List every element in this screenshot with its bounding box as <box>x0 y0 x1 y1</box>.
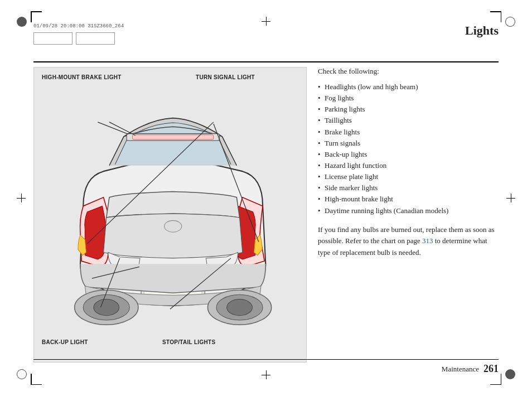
checklist-item: Back-up lights <box>318 149 499 160</box>
bracket-tl <box>31 11 42 22</box>
header-box-2 <box>76 32 115 45</box>
main-content: HIGH-MOUNT BRAKE LIGHT TURN SIGNAL LIGHT… <box>33 67 499 363</box>
car-diagram <box>34 67 306 362</box>
header-box-1 <box>33 32 72 45</box>
text-panel: Check the following: Headlights (low and… <box>318 67 499 363</box>
diagram-panel: HIGH-MOUNT BRAKE LIGHT TURN SIGNAL LIGHT… <box>33 67 307 363</box>
checklist-item: High-mount brake light <box>318 194 499 205</box>
header-boxes <box>33 32 499 45</box>
checklist-item: Daytime running lights (Canadian models) <box>318 205 499 216</box>
checklist-item: Side marker lights <box>318 182 499 194</box>
svg-point-9 <box>94 300 119 316</box>
svg-point-13 <box>165 220 182 232</box>
footer-label: Maintenance <box>442 365 479 374</box>
bracket-br <box>490 374 501 385</box>
svg-rect-2 <box>133 135 214 139</box>
header-meta: 01/09/28 20:08:00 31SZ3660_264 <box>33 23 499 29</box>
header: 01/09/28 20:08:00 31SZ3660_264 <box>33 23 499 45</box>
bracket-tr <box>490 11 501 22</box>
checklist-item: Turn signals <box>318 138 499 149</box>
check-following-label: Check the following: <box>318 67 499 76</box>
checklist-item: Hazard light function <box>318 160 499 171</box>
checklist-item: Fog lights <box>318 93 499 104</box>
checklist-item: License plate light <box>318 171 499 182</box>
corner-mark-tr <box>505 17 515 27</box>
page-title: Lights <box>465 23 499 38</box>
crosshair-left <box>17 194 26 202</box>
footer: Maintenance 261 <box>33 359 499 375</box>
corner-mark-tl <box>17 17 27 27</box>
svg-point-12 <box>227 300 253 316</box>
checklist-item: Headlights (low and high beam) <box>318 81 499 93</box>
corner-mark-br <box>505 369 515 379</box>
checklist-item: Parking lights <box>318 104 499 115</box>
checklist: Headlights (low and high beam)Fog lights… <box>318 81 499 216</box>
corner-mark-bl <box>17 369 27 379</box>
header-rule <box>33 61 499 62</box>
crosshair-right <box>506 194 515 202</box>
checklist-item: Taillights <box>318 115 499 126</box>
footer-page: 261 <box>483 363 499 375</box>
checklist-item: Brake lights <box>318 127 499 138</box>
bracket-bl <box>31 374 42 385</box>
page-link: 313 <box>422 236 433 245</box>
info-paragraph: If you find any bulbs are burned out, re… <box>318 224 499 259</box>
